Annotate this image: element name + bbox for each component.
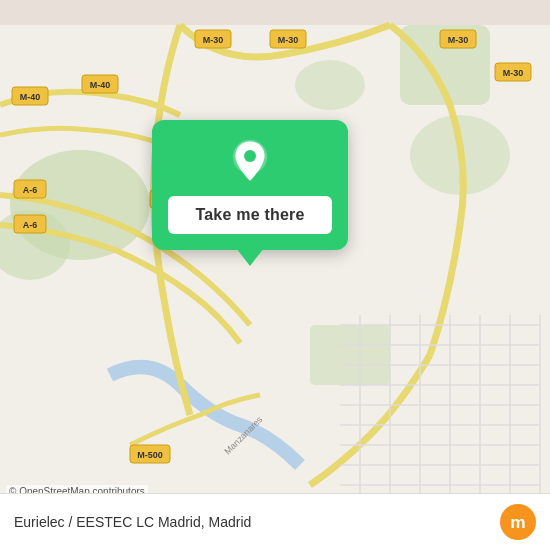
svg-text:A-6: A-6: [23, 220, 38, 230]
svg-point-47: [244, 150, 256, 162]
svg-text:M-30: M-30: [503, 68, 524, 78]
moovit-logo-icon: m: [500, 504, 536, 540]
map-background: M-40 M-40 M-30 M-30 M-30 M-30 A-6 A-6 M-…: [0, 0, 550, 550]
svg-text:M-30: M-30: [203, 35, 224, 45]
location-pin-icon: [226, 138, 274, 186]
svg-text:M-500: M-500: [137, 450, 163, 460]
location-label: Eurielec / EESTEC LC Madrid, Madrid: [14, 514, 251, 530]
take-me-there-button[interactable]: Take me there: [168, 196, 332, 234]
map-container: M-40 M-40 M-30 M-30 M-30 M-30 A-6 A-6 M-…: [0, 0, 550, 550]
moovit-logo: m: [500, 504, 536, 540]
popup-card: Take me there: [152, 120, 348, 250]
svg-text:M-40: M-40: [20, 92, 41, 102]
svg-text:M-30: M-30: [278, 35, 299, 45]
bottom-bar: Eurielec / EESTEC LC Madrid, Madrid m: [0, 493, 550, 550]
svg-text:M-40: M-40: [90, 80, 111, 90]
svg-point-5: [295, 60, 365, 110]
svg-text:M-30: M-30: [448, 35, 469, 45]
svg-rect-6: [310, 325, 390, 385]
svg-text:A-6: A-6: [23, 185, 38, 195]
svg-text:m: m: [510, 512, 525, 532]
